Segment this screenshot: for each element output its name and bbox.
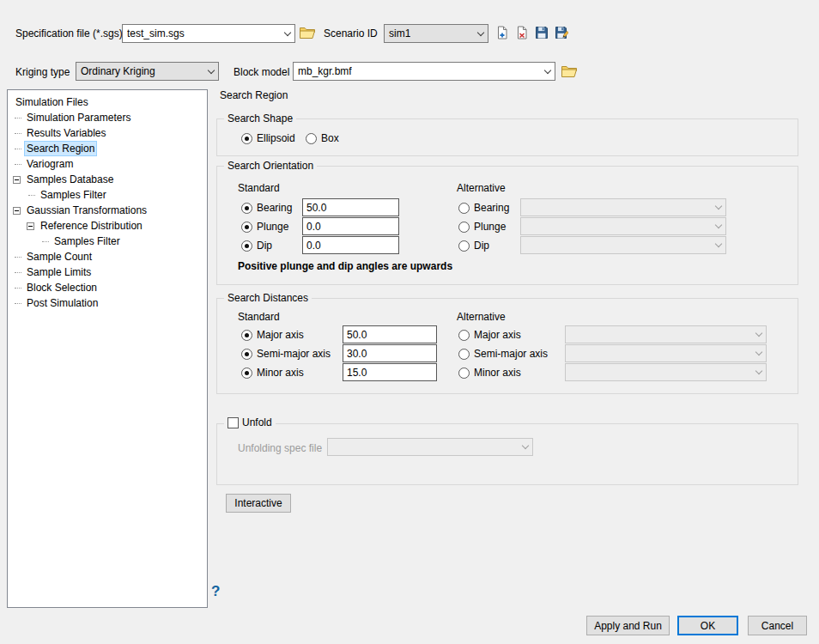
block-model-combobox[interactable]: mb_kgr.bmf: [293, 62, 555, 81]
tree-item-label: Reference Distribution: [38, 218, 145, 234]
delete-scenario-icon: [515, 26, 529, 39]
tree-item-label: Gaussian Transformations: [24, 203, 149, 218]
help-button[interactable]: ?: [211, 583, 220, 600]
radio-standard-semi-major-axis[interactable]: Semi-major axis: [241, 348, 331, 360]
save-as-scenario-icon: [555, 26, 568, 39]
block-model-value: mb_kgr.bmf: [298, 65, 352, 77]
browse-block-model-button[interactable]: [560, 64, 579, 79]
tree-connector: [28, 195, 35, 196]
orientation-note: Positive plunge and dip angles are upwar…: [238, 260, 452, 273]
radio-label: Major axis: [257, 329, 304, 341]
tree-item-sample-limits[interactable]: Sample Limits: [8, 264, 207, 280]
tree-connector: [15, 288, 21, 289]
plunge-input[interactable]: [302, 217, 399, 235]
bearing-input[interactable]: [302, 198, 399, 216]
tree-item-post-simulation[interactable]: Post Simulation: [8, 295, 207, 311]
tree-item-label: Simulation Files: [13, 94, 91, 110]
kriging-type-combobox[interactable]: Ordinary Kriging: [76, 62, 219, 81]
delete-scenario-button[interactable]: [513, 24, 531, 41]
radio-alternative-major-axis[interactable]: Major axis: [458, 329, 521, 341]
radio-alternative-dip[interactable]: Dip: [458, 240, 489, 252]
radio-label: Ellipsoid: [257, 132, 295, 144]
tree-item-label: Sample Limits: [24, 264, 94, 280]
radio-standard-dip[interactable]: Dip: [241, 240, 272, 252]
chevron-down-icon[interactable]: [280, 25, 294, 42]
unfolding-spec-file-label: Unfolding spec file: [238, 442, 322, 455]
radio-ellipsoid[interactable]: Ellipsoid: [241, 132, 295, 144]
alternative-dip-dropdown: [520, 236, 726, 254]
dialog: { "colors": { "dialog_bg": "#f0f0f0", "a…: [0, 0, 819, 644]
radio-indicator: [241, 133, 252, 144]
tree-item-label: Post Simulation: [24, 295, 100, 311]
tree-item-results-variables[interactable]: Results Variables: [8, 125, 207, 141]
tree-item-label: Variogram: [24, 156, 76, 172]
tree-item-simulation-files[interactable]: Simulation Files: [8, 94, 207, 110]
chevron-down-icon[interactable]: [203, 63, 218, 80]
collapse-icon[interactable]: [13, 176, 21, 184]
apply-and-run-button[interactable]: Apply and Run: [586, 616, 670, 635]
radio-alternative-plunge[interactable]: Plunge: [458, 221, 506, 233]
browse-spec-file-button[interactable]: [298, 25, 317, 40]
chevron-down-icon: [711, 237, 725, 253]
kriging-type-label: Kriging type: [15, 66, 70, 79]
tree-item-label: Simulation Parameters: [24, 110, 133, 125]
radio-alternative-bearing[interactable]: Bearing: [458, 202, 509, 214]
tree-item-reference-distribution[interactable]: Reference Distribution: [8, 218, 207, 234]
tree-item-variogram[interactable]: Variogram: [8, 156, 207, 172]
alternative-plunge-dropdown: [520, 217, 726, 235]
tree-item-label: Block Selection: [24, 280, 100, 295]
tree-item-gaussian-transformations[interactable]: Gaussian Transformations: [8, 203, 207, 218]
search-shape-group: Search Shape Ellipsoid Box: [216, 118, 798, 156]
tree-connector: [15, 164, 21, 165]
ok-button[interactable]: OK: [677, 616, 738, 635]
tree-item-simulation-parameters[interactable]: Simulation Parameters: [8, 110, 207, 125]
add-scenario-button[interactable]: [494, 24, 511, 41]
radio-label: Minor axis: [474, 367, 521, 379]
tree-item-label: Sample Count: [24, 249, 94, 264]
tree-item-sample-count[interactable]: Sample Count: [8, 249, 207, 264]
unfold-checkbox[interactable]: Unfold: [224, 416, 276, 429]
radio-standard-bearing[interactable]: Bearing: [241, 202, 292, 214]
interactive-button[interactable]: Interactive: [226, 494, 291, 513]
minor-axis-input[interactable]: [343, 363, 437, 381]
scenario-id-combobox[interactable]: sim1: [384, 24, 488, 43]
radio-standard-minor-axis[interactable]: Minor axis: [241, 367, 304, 379]
checkbox-indicator: [228, 417, 239, 428]
save-as-scenario-button[interactable]: [553, 24, 570, 41]
radio-alternative-semi-major-axis[interactable]: Semi-major axis: [458, 348, 548, 360]
chevron-down-icon: [711, 199, 725, 216]
tree-item-search-region[interactable]: Search Region: [8, 141, 207, 156]
radio-box[interactable]: Box: [306, 132, 339, 144]
dip-input[interactable]: [302, 236, 399, 254]
collapse-icon[interactable]: [27, 222, 34, 230]
search-orientation-group: Search Orientation Standard Alternative …: [216, 166, 798, 285]
spec-file-value: test_sim.sgs: [127, 27, 185, 39]
semi-major-axis-input[interactable]: [343, 344, 437, 362]
radio-alternative-minor-axis[interactable]: Minor axis: [458, 367, 521, 379]
radio-label: Plunge: [257, 221, 288, 233]
tree-item-label: Samples Filter: [52, 234, 123, 249]
chevron-down-icon[interactable]: [540, 63, 555, 80]
new-scenario-icon: [495, 26, 509, 39]
tree-item-block-selection[interactable]: Block Selection: [8, 280, 207, 295]
radio-indicator: [458, 349, 470, 360]
major-axis-input[interactable]: [343, 325, 437, 343]
tree-item-samples-filter-2[interactable]: Samples Filter: [8, 234, 207, 249]
alternative-column-label: Alternative: [457, 182, 506, 195]
alternative-bearing-dropdown: [520, 198, 726, 216]
radio-indicator: [241, 222, 252, 233]
radio-label: Semi-major axis: [257, 348, 331, 360]
radio-standard-major-axis[interactable]: Major axis: [241, 329, 304, 341]
chevron-down-icon[interactable]: [473, 25, 488, 42]
tree-item-samples-filter-1[interactable]: Samples Filter: [8, 187, 207, 203]
chevron-down-icon: [518, 439, 532, 455]
cancel-button[interactable]: Cancel: [748, 616, 807, 635]
checkbox-label: Unfold: [242, 416, 272, 429]
collapse-icon[interactable]: [13, 207, 21, 215]
page-title: Search Region: [220, 89, 288, 102]
save-scenario-button[interactable]: [533, 24, 550, 41]
radio-standard-plunge[interactable]: Plunge: [241, 221, 288, 233]
spec-file-combobox[interactable]: test_sim.sgs: [122, 24, 295, 43]
standard-column-label: Standard: [238, 311, 280, 324]
tree-item-samples-database[interactable]: Samples Database: [8, 172, 207, 187]
